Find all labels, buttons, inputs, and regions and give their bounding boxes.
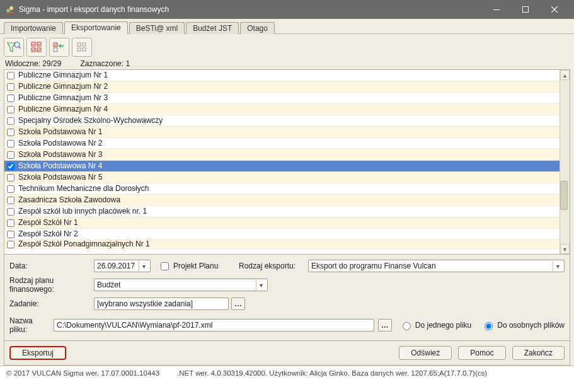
scroll-thumb[interactable] (560, 181, 568, 210)
date-label: Data: (9, 262, 94, 270)
tab-strip: Importowanie Eksportowanie BeSTi@ xml Bu… (0, 19, 574, 34)
selected-count: Zaznaczone: 1 (80, 59, 130, 68)
tab-bestia-xml[interactable]: BeSTi@ xml (129, 22, 185, 34)
list-item[interactable]: Specjalny Ośrodek Szkolno-Wychowawczy (4, 115, 560, 127)
svg-rect-12 (37, 48, 41, 52)
row-label: Zespół Szkół Nr 1 (18, 217, 78, 228)
svg-rect-11 (37, 42, 41, 46)
row-checkbox[interactable] (7, 197, 14, 204)
svg-rect-3 (493, 9, 500, 10)
row-label: Zespół Szkół Nr 2 (18, 229, 78, 239)
radio-single-input[interactable] (403, 322, 411, 330)
filter-button[interactable] (4, 38, 24, 57)
status-bar: © 2017 VULCAN Sigma wer. 17.07.0001.1044… (0, 366, 574, 379)
svg-rect-2 (6, 12, 14, 13)
list-item[interactable]: Zespół Szkół Nr 1 (4, 217, 560, 229)
scroll-up-icon[interactable]: ▴ (560, 70, 570, 80)
plan-kind-label: Rodzaj planu finansowego: (9, 276, 94, 294)
project-plan-check[interactable] (161, 262, 169, 270)
list-item[interactable]: Zasadnicza Szkoła Zawodowa (4, 195, 560, 206)
list-item[interactable]: Publiczne Gimnazjum Nr 2 (4, 81, 560, 93)
export-button[interactable]: Eksportuj (9, 346, 66, 360)
row-label: Szkoła Podstawowa Nr 1 (18, 127, 102, 137)
row-checkbox[interactable] (7, 231, 14, 238)
row-checkbox[interactable] (7, 129, 14, 136)
task-browse-button[interactable]: … (231, 297, 245, 310)
svg-rect-14 (54, 48, 57, 52)
file-browse-button[interactable]: … (378, 319, 392, 331)
visible-count: Widoczne: 29/29 (5, 59, 61, 68)
list-scrollbar[interactable]: ▴ ▾ (560, 70, 570, 254)
svg-rect-4 (523, 7, 529, 13)
list-item[interactable]: Zespół Szkół Nr 2 (4, 229, 560, 240)
row-label: Specjalny Ośrodek Szkolno-Wychowawczy (18, 115, 163, 126)
date-value: 26.09.2017 (97, 262, 135, 270)
row-checkbox[interactable] (7, 151, 14, 159)
radio-multi-file[interactable]: Do osobnych plików (481, 320, 565, 330)
row-checkbox[interactable] (7, 241, 14, 248)
export-kind-combo[interactable]: Eksport do programu Finanse Vulcan ▾ (308, 260, 565, 272)
task-label: Zadanie: (9, 299, 94, 308)
help-button[interactable]: Pomoc (458, 346, 505, 360)
tab-eksportowanie[interactable]: Eksportowanie (64, 21, 128, 34)
row-checkbox[interactable] (7, 95, 14, 102)
select-all-button[interactable] (26, 38, 47, 57)
row-label: Technikum Mechaniczne dla Dorosłych (18, 183, 149, 194)
window-titlebar: Sigma - import i eksport danych finansow… (0, 0, 574, 19)
row-checkbox[interactable] (7, 83, 14, 91)
project-plan-checkbox[interactable]: Projekt Planu (158, 260, 218, 272)
plan-kind-combo[interactable]: Budżet ▾ (94, 279, 268, 291)
refresh-button[interactable]: Odśwież (399, 346, 452, 360)
file-path-field[interactable] (54, 319, 374, 331)
row-checkbox[interactable] (7, 106, 14, 113)
row-checkbox[interactable] (7, 219, 14, 227)
svg-rect-9 (32, 42, 35, 46)
scroll-track[interactable] (560, 80, 570, 244)
list-item[interactable]: Publiczne Gimnazjum Nr 1 (4, 70, 560, 81)
list-item[interactable]: Publiczne Gimnazjum Nr 3 (4, 93, 560, 104)
window-maximize-button[interactable] (511, 0, 540, 19)
row-checkbox[interactable] (7, 117, 14, 125)
project-plan-label: Projekt Planu (173, 262, 218, 270)
row-label: Publiczne Gimnazjum Nr 1 (18, 70, 108, 81)
row-checkbox[interactable] (7, 174, 14, 182)
scroll-down-icon[interactable]: ▾ (560, 244, 570, 254)
list-item[interactable]: Technikum Mechaniczne dla Dorosłych (4, 183, 560, 195)
task-field[interactable] (94, 297, 229, 310)
list-item[interactable]: Zespół Szkół Ponadgimnazjalnych Nr 1 (4, 240, 560, 249)
list-item[interactable]: Szkoła Podstawowa Nr 2 (4, 138, 560, 149)
tab-importowanie[interactable]: Importowanie (4, 22, 63, 34)
svg-rect-18 (83, 48, 86, 51)
list-item[interactable]: Publiczne Gimnazjum Nr 4 (4, 104, 560, 115)
svg-point-7 (14, 42, 20, 47)
radio-multi-input[interactable] (485, 322, 493, 330)
tab-otago[interactable]: Otago (240, 22, 275, 34)
window-minimize-button[interactable] (482, 0, 511, 19)
svg-rect-17 (83, 43, 86, 46)
window-close-button[interactable] (540, 0, 569, 19)
row-label: Szkoła Podstawowa Nr 4 (18, 161, 102, 171)
list-item[interactable]: Szkoła Podstawowa Nr 3 (4, 149, 560, 161)
list-item[interactable]: Zespół szkół lub innych placówek nr. 1 (4, 206, 560, 217)
list-item[interactable]: Szkoła Podstawowa Nr 1 (4, 127, 560, 138)
row-checkbox[interactable] (7, 140, 14, 147)
radio-single-file[interactable]: Do jednego pliku (399, 320, 471, 330)
row-checkbox[interactable] (7, 185, 14, 193)
close-button[interactable]: Zakończ (512, 346, 565, 360)
export-kind-label: Rodzaj eksportu: (239, 262, 308, 270)
list-item[interactable]: Szkoła Podstawowa Nr 4 (4, 161, 560, 172)
row-checkbox[interactable] (7, 72, 14, 79)
radio-single-label: Do jednego pliku (415, 321, 471, 330)
invert-selection-button[interactable] (49, 38, 69, 57)
list-item[interactable]: Szkoła Podstawowa Nr 5 (4, 172, 560, 183)
tab-budzet-jst[interactable]: Budżet JST (186, 22, 239, 34)
row-checkbox[interactable] (7, 208, 14, 216)
chevron-down-icon: ▾ (553, 261, 563, 271)
deselect-all-button[interactable] (72, 38, 92, 57)
status-right: .NET wer. 4.0.30319.42000. Użytkownik: A… (177, 369, 487, 377)
list-status: Widoczne: 29/29 Zaznaczone: 1 (4, 58, 570, 69)
action-bar: Eksportuj Odśwież Pomoc Zakończ (4, 341, 570, 366)
date-combo[interactable]: 26.09.2017 ▾ (94, 260, 151, 272)
row-checkbox[interactable] (7, 163, 14, 170)
export-form: Data: 26.09.2017 ▾ Projekt Planu Rodzaj … (4, 255, 570, 341)
